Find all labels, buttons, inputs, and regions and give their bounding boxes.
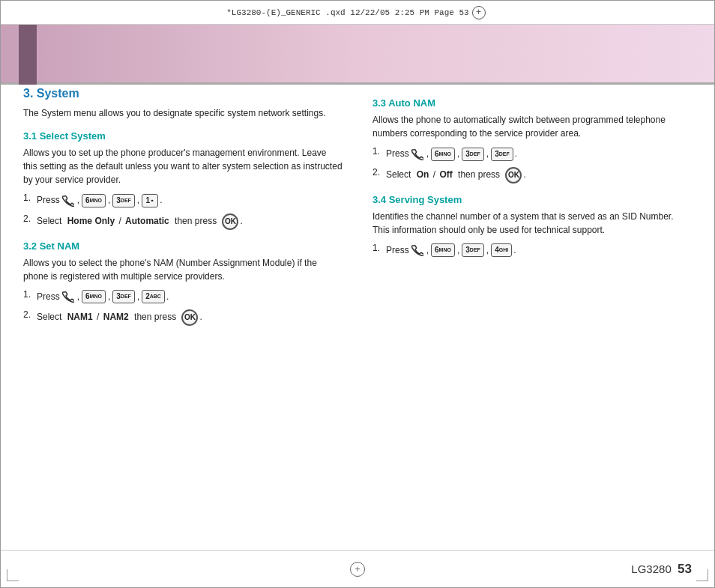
option-nam1: NAM1 (67, 309, 93, 326)
comma: , (486, 146, 489, 163)
comma: , (108, 193, 110, 209)
step-3-4-1: 1. Press , 6MNO , 3DEF , 4GHI . (372, 243, 692, 259)
main-desc: The System menu allows you to designate … (23, 106, 343, 120)
section-3-4-title: 3.4 Serving System (372, 194, 692, 205)
key-6mno: 6MNO (82, 194, 106, 207)
page-header: *LG3280-(E)_GENERIC .qxd 12/22/05 2:25 P… (1, 1, 714, 25)
comma: , (137, 193, 139, 209)
comma: , (426, 146, 429, 163)
key-3def: 3DEF (462, 148, 484, 161)
section-3-3-title: 3.3 Auto NAM (372, 97, 692, 109)
reg-mark-bottom: + (350, 562, 365, 577)
comma: , (457, 146, 459, 163)
phone-key-icon (411, 243, 424, 257)
then-press-label: then press (175, 213, 217, 230)
period: . (240, 213, 242, 230)
step-content: Press , 6MNO , 3DEF , 3DEF . (386, 146, 517, 163)
phone-key-icon (61, 290, 75, 303)
step-3-1-2: 2. Select Home Only / Automatic then pre… (23, 213, 343, 230)
main-title: 3. System (23, 87, 343, 100)
reg-mark-top (472, 6, 486, 19)
column-right: 3.3 Auto NAM Allows the phone to automat… (372, 87, 692, 550)
then-label: then press (458, 167, 500, 184)
step-content: Press , 6MNO , 3DEF , 2ABC . (37, 289, 169, 306)
step-3-2-1: 1. Press , 6MNO , 3DEF , 2ABC . (23, 289, 343, 306)
step-3-2-2: 2. Select NAM1 / NAM2 then press OK . (23, 309, 343, 326)
main-content: 3. System The System menu allows you to … (23, 87, 692, 550)
comma: , (457, 243, 459, 259)
step-content: Select NAM1 / NAM2 then press OK . (37, 309, 202, 326)
key-2abc: 2ABC (142, 290, 165, 303)
select-label: Select (37, 213, 61, 230)
step-num: 1. (372, 146, 386, 157)
press-label: Press (37, 289, 60, 306)
option-home-only: Home Only (67, 213, 115, 230)
period: . (166, 289, 169, 306)
option-automatic: Automatic (125, 213, 169, 230)
press-label: Press (386, 243, 409, 259)
select-label: Select (37, 309, 61, 326)
column-left: 3. System The System menu allows you to … (23, 87, 343, 550)
step-num: 2. (23, 213, 37, 224)
step-content: Select Home Only / Automatic then press … (37, 213, 243, 230)
section-3-1-desc: Allows you to set up the phone producer'… (23, 146, 343, 187)
footer-brand: LG3280 (631, 563, 671, 575)
comma: , (426, 243, 429, 259)
key-6mno: 6MNO (82, 290, 106, 303)
section-3-2-desc: Allows you to select the phone's NAM (Nu… (23, 256, 343, 283)
phone-key-icon (61, 194, 75, 207)
option-off: Off (439, 167, 452, 184)
step-num: 1. (372, 243, 386, 253)
period: . (515, 146, 517, 163)
step-content: Select On / Off then press OK . (386, 167, 526, 184)
ok-button-key: OK (222, 213, 238, 230)
key-6mno: 6MNO (431, 148, 455, 161)
comma: , (77, 193, 79, 209)
comma: , (137, 289, 139, 306)
press-label: Press (386, 146, 409, 163)
select-label: Select (386, 167, 411, 184)
section-3-3-desc: Allows the phone to automatically switch… (372, 113, 692, 140)
step-content: Press , 6MNO , 3DEF , 4GHI . (386, 243, 516, 259)
step-3-1-1: 1. Press , 6MNO , 3DEF , 1⚬ . (23, 193, 343, 209)
step-num: 1. (23, 289, 37, 300)
section-3-2-title: 3.2 Set NAM (23, 240, 343, 252)
phone-key-icon (411, 148, 424, 161)
comma: , (77, 289, 79, 306)
step-content: Press , 6MNO , 3DEF , 1⚬ . (37, 193, 163, 209)
option-on: On (417, 167, 429, 184)
period: . (199, 309, 202, 326)
period: . (523, 167, 525, 184)
comma: , (108, 289, 110, 306)
step-num: 2. (372, 167, 386, 178)
ok-button-key: OK (505, 167, 522, 184)
step-3-3-1: 1. Press , 6MNO , 3DEF , 3DEF . (372, 146, 692, 163)
key-3def: 3DEF (112, 194, 135, 207)
step-num: 2. (23, 309, 37, 320)
ok-button-key: OK (181, 309, 198, 326)
key-6mno: 6MNO (431, 243, 455, 257)
step-num: 1. (23, 193, 37, 203)
period: . (513, 243, 516, 259)
accent-left-panel (19, 25, 37, 85)
key-4ghi: 4GHI (491, 243, 512, 257)
option-nam2: NAM2 (103, 309, 129, 326)
key-3def: 3DEF (112, 290, 135, 303)
period: . (160, 193, 162, 209)
footer-brand-page: LG3280 53 (631, 562, 692, 577)
then-label: then press (134, 309, 176, 326)
accent-bar (1, 25, 714, 85)
header-text: *LG3280-(E)_GENERIC .qxd 12/22/05 2:25 P… (226, 8, 468, 17)
step-3-3-2: 2. Select On / Off then press OK . (372, 167, 692, 184)
key-3def-2: 3DEF (491, 148, 513, 161)
section-3-1-title: 3.1 Select System (23, 130, 343, 142)
page-outer: *LG3280-(E)_GENERIC .qxd 12/22/05 2:25 P… (0, 0, 715, 588)
comma: , (486, 243, 489, 259)
key-3def: 3DEF (462, 243, 484, 257)
key-1: 1⚬ (142, 194, 158, 207)
section-3-4-desc: Identifies the channel number of a syste… (372, 210, 692, 237)
press-label: Press (37, 193, 60, 209)
footer-page-num: 53 (678, 562, 692, 576)
